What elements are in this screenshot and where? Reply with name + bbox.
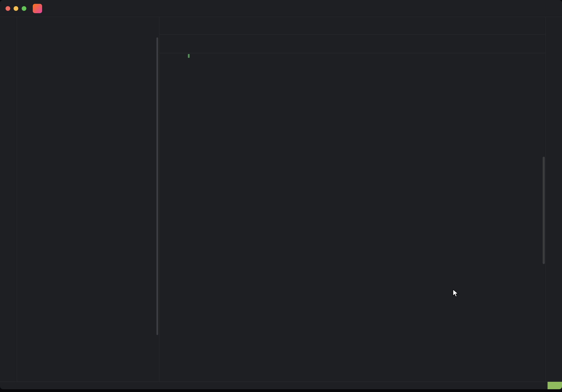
vcs-added-marker — [188, 54, 190, 58]
more-actions-button[interactable] — [527, 4, 536, 13]
traffic-lights — [6, 6, 26, 11]
project-panel — [17, 17, 159, 381]
run-button[interactable] — [496, 4, 505, 13]
run-configuration-selector[interactable] — [482, 7, 490, 10]
sticky-line-number — [159, 35, 170, 53]
debug-button[interactable] — [511, 4, 521, 13]
right-tool-strip — [545, 17, 562, 381]
mouse-cursor — [452, 289, 461, 298]
titlebar — [0, 0, 562, 17]
project-selector[interactable] — [46, 7, 52, 10]
editor-area — [159, 17, 545, 381]
minimize-window-button[interactable] — [14, 6, 18, 11]
project-tree — [17, 30, 159, 381]
zoom-window-button[interactable] — [22, 6, 26, 11]
editor-scrollbar[interactable] — [543, 157, 545, 264]
status-bar — [0, 381, 562, 389]
left-tool-strip — [0, 17, 17, 381]
editor-tab-bar — [159, 17, 545, 35]
project-tree-scrollbar[interactable] — [156, 37, 158, 335]
close-window-button[interactable] — [6, 6, 10, 11]
branch-selector[interactable] — [55, 7, 64, 10]
project-logo — [33, 4, 42, 13]
editor-body[interactable] — [159, 35, 545, 381]
ide-window — [0, 0, 562, 389]
sticky-line — [159, 35, 545, 53]
vim-mode-badge[interactable] — [548, 382, 562, 389]
